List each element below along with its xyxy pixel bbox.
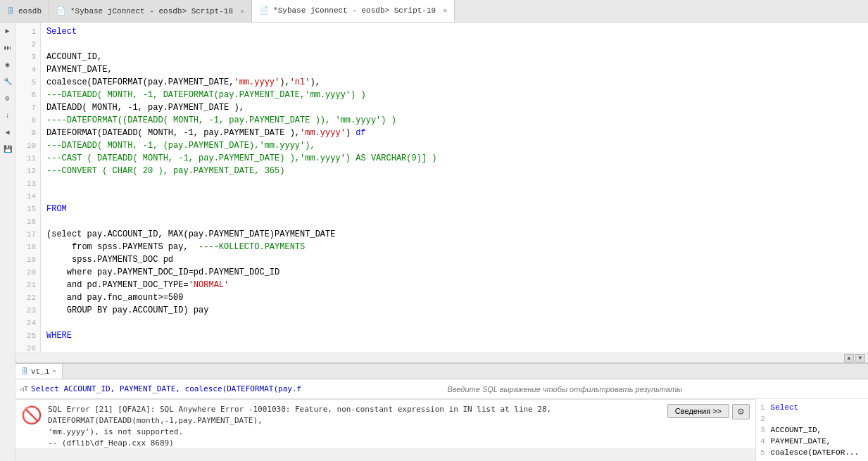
line-9-text: DATEFORMAT(DATEADD( MONTH, -1, pay.PAYME… bbox=[46, 127, 366, 139]
result-tab-bar: 🗄 vt_1 ✕ bbox=[15, 364, 868, 379]
svedenia-button[interactable]: Сведения >> bbox=[667, 404, 729, 418]
line-22: and pay.fnc_amount>=500 bbox=[46, 291, 868, 304]
ln-19: 19 bbox=[18, 253, 36, 266]
line-8-text: ----DATEFORMAT((DATEADD( MONTH, -1, pay.… bbox=[46, 114, 396, 127]
editor-container: 1 2 3 4 5 6 7 8 9 10 11 12 13 14 15 16 1 bbox=[15, 23, 868, 461]
db-tab[interactable]: 🗄 eosdb bbox=[0, 0, 49, 22]
line-26 bbox=[46, 342, 868, 353]
from-keyword: FROM bbox=[46, 203, 67, 215]
line-12: ---CONVERT ( CHAR( 20 ), pay.PAYMENT_DAT… bbox=[46, 165, 868, 177]
error-circle-icon: 🚫 bbox=[21, 405, 42, 426]
filter-input[interactable] bbox=[445, 384, 864, 395]
db-icon: 🗄 bbox=[7, 7, 14, 15]
debug-icon[interactable]: 🔧 bbox=[2, 76, 13, 87]
where-keyword: WHERE bbox=[46, 329, 72, 342]
line-19-text: spss.PAYMENTS_DOC pd bbox=[46, 253, 173, 266]
line-2 bbox=[46, 38, 868, 51]
step-icon[interactable]: ⏭ bbox=[2, 42, 13, 53]
ln-6: 6 bbox=[18, 89, 36, 101]
script19-tab[interactable]: 📄 *Sybase jConnect - eosdb> Script-19 ✕ bbox=[252, 0, 455, 22]
sidebar: ▶ ⏭ ◉ 🔧 ⚙ ↓ ◀ 💾 bbox=[0, 23, 15, 461]
ln-12: 12 bbox=[18, 165, 36, 177]
line-7: DATEADD( MONTH, -1, pay.PAYMENT_DATE ), bbox=[46, 101, 868, 114]
line-3-text: ACCOUNT_ID, bbox=[46, 51, 102, 63]
code-area[interactable]: Select ACCOUNT_ID, PAYMENT_DATE, coalesc… bbox=[41, 23, 868, 353]
h-scrollbar[interactable]: ▲ ▼ bbox=[15, 353, 868, 362]
arrow-down-icon[interactable]: ↓ bbox=[2, 110, 13, 121]
ln-16: 16 bbox=[18, 215, 36, 228]
ln-1: 1 bbox=[18, 25, 36, 38]
line-4-text: PAYMENT_DATE, bbox=[46, 63, 113, 76]
db-tab-label: eosdb bbox=[18, 7, 42, 15]
scroll-right[interactable]: ▼ bbox=[855, 354, 865, 362]
save-icon[interactable]: 💾 bbox=[2, 144, 13, 155]
line-13 bbox=[46, 177, 868, 190]
error-row: 🚫 SQL Error [21] [QFA2A]: SQL Anywhere E… bbox=[15, 399, 868, 461]
line-7-text: DATEADD( MONTH, -1, pay.PAYMENT_DATE ), bbox=[46, 101, 244, 114]
ln-4: 4 bbox=[18, 63, 36, 76]
ln-26: 26 bbox=[18, 342, 36, 353]
ln-14: 14 bbox=[18, 190, 36, 203]
result-tab-close[interactable]: ✕ bbox=[52, 367, 56, 375]
ln-13: 13 bbox=[18, 177, 36, 190]
line-23-text: GROUP BY pay.ACCOUNT_ID) pay bbox=[46, 304, 208, 317]
ln-15: 15 bbox=[18, 203, 36, 215]
error-buttons: Сведения >> ⚙ bbox=[667, 404, 750, 419]
main-area: ▶ ⏭ ◉ 🔧 ⚙ ↓ ◀ 💾 1 2 3 4 5 6 7 8 9 bbox=[0, 23, 868, 461]
line-20-text: where pay.PAYMENT_DOC_ID=pd.PAYMENT_DOC_… bbox=[46, 266, 279, 279]
line-9: DATEFORMAT(DATEADD( MONTH, -1, pay.PAYME… bbox=[46, 127, 868, 139]
error-panel: 🚫 SQL Error [21] [QFA2A]: SQL Anywhere E… bbox=[15, 399, 755, 448]
error-line2: 'mm.yyyy'), is not supported. bbox=[48, 427, 662, 438]
mini-line-2: 2 bbox=[760, 413, 864, 424]
script19-close[interactable]: ✕ bbox=[443, 6, 447, 15]
ln-17: 17 bbox=[18, 228, 36, 241]
settings-icon[interactable]: ⚙ bbox=[2, 93, 13, 104]
line-6: ---DATEADD( MONTH, -1, DATEFORMAT(pay.PA… bbox=[46, 89, 868, 101]
line-8: ----DATEFORMAT((DATEADD( MONTH, -1, pay.… bbox=[46, 114, 868, 127]
result-content-row: ◁T Select ACCOUNT_ID, PAYMENT_DATE, coal… bbox=[15, 379, 868, 399]
line-12-text: ---CONVERT ( CHAR( 20 ), pay.PAYMENT_DAT… bbox=[46, 165, 284, 177]
nav-icon[interactable]: ◀ bbox=[2, 127, 13, 138]
line-4: PAYMENT_DATE, bbox=[46, 63, 868, 76]
mini-editor: 1Select 2 3ACCOUNT_ID, 4PAYMENT_DATE, 5c… bbox=[755, 399, 868, 461]
ln-25: 25 bbox=[18, 329, 36, 342]
run-icon[interactable]: ▶ bbox=[2, 25, 13, 37]
ln-8: 8 bbox=[18, 114, 36, 127]
line-1: Select bbox=[46, 25, 868, 38]
line-11: ---CAST ( DATEADD( MONTH, -1, pay.PAYMEN… bbox=[46, 152, 868, 165]
result-tab-db-icon: 🗄 bbox=[21, 367, 28, 376]
line-18-text: from spss.PAYMENTS pay, ----KOLLECTO.PAY… bbox=[46, 241, 305, 253]
result-tab-vt1[interactable]: 🗄 vt_1 ✕ bbox=[15, 364, 63, 379]
editor-content: 1 2 3 4 5 6 7 8 9 10 11 12 13 14 15 16 1 bbox=[15, 23, 868, 353]
scroll-left[interactable]: ▲ bbox=[844, 354, 854, 362]
ln-2: 2 bbox=[18, 38, 36, 51]
line-21-text: and pd.PAYMENT_DOC_TYPE='NORMAL' bbox=[46, 279, 229, 291]
line-24 bbox=[46, 317, 868, 329]
select-keyword: Select bbox=[46, 25, 77, 38]
editor-scroll[interactable]: 1 2 3 4 5 6 7 8 9 10 11 12 13 14 15 16 1 bbox=[15, 23, 868, 353]
settings-button[interactable]: ⚙ bbox=[732, 404, 750, 419]
line-14 bbox=[46, 190, 868, 203]
error-line1: SQL Error [21] [QFA2A]: SQL Anywhere Err… bbox=[48, 404, 662, 427]
line-3: ACCOUNT_ID, bbox=[46, 51, 868, 63]
script18-label: *Sybase jConnect - eosdb> Script-18 bbox=[70, 7, 233, 15]
ln-20: 20 bbox=[18, 266, 36, 279]
script18-close[interactable]: ✕ bbox=[240, 7, 244, 15]
mini-line-3: 3ACCOUNT_ID, bbox=[760, 424, 864, 436]
line-5: coalesce(DATEFORMAT(pay.PAYMENT_DATE,'mm… bbox=[46, 76, 868, 89]
ln-23: 23 bbox=[18, 304, 36, 317]
ln-5: 5 bbox=[18, 76, 36, 89]
ln-7: 7 bbox=[18, 101, 36, 114]
ln-10: 10 bbox=[18, 139, 36, 152]
line-16 bbox=[46, 215, 868, 228]
bottom-panel: 🗄 vt_1 ✕ ◁T Select ACCOUNT_ID, PAYMENT_D… bbox=[15, 362, 868, 461]
mini-line-1: 1Select bbox=[760, 402, 864, 413]
script18-icon: 📄 bbox=[56, 6, 66, 15]
breakpoint-icon[interactable]: ◉ bbox=[2, 59, 13, 70]
line-11-text: ---CAST ( DATEADD( MONTH, -1, pay.PAYMEN… bbox=[46, 152, 437, 165]
script18-tab[interactable]: 📄 *Sybase jConnect - eosdb> Script-18 ✕ bbox=[49, 0, 252, 22]
mini-line-4: 4PAYMENT_DATE, bbox=[760, 436, 864, 447]
line-15: FROM bbox=[46, 203, 868, 215]
ln-9: 9 bbox=[18, 127, 36, 139]
line-23: GROUP BY pay.ACCOUNT_ID) pay bbox=[46, 304, 868, 317]
